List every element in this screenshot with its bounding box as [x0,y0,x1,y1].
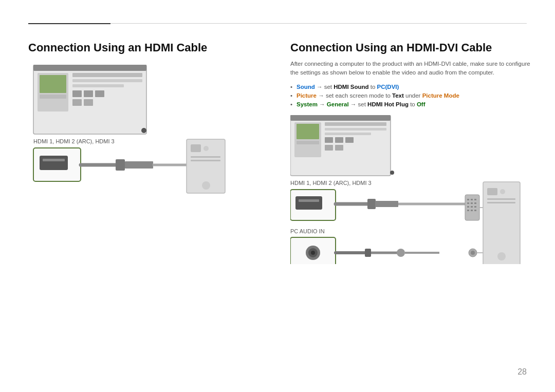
svg-rect-47 [299,199,319,202]
svg-rect-32 [297,124,319,139]
bullet-hotplug-label: HDMI Hot Plug [367,101,409,107]
svg-rect-34 [325,128,386,130]
bullet-off-label: Off [417,101,425,107]
svg-rect-5 [72,79,142,82]
bullet-sound-label: Sound [297,84,315,90]
svg-rect-70 [471,206,473,208]
svg-text:HDMI 1, HDMI 2 (ARC), HDMI 3: HDMI 1, HDMI 2 (ARC), HDMI 3 [290,180,372,186]
left-diagram-svg: HDMI 1, HDMI 2 (ARC), HDMI 3 [28,65,239,234]
svg-rect-1 [33,65,146,71]
svg-text:PC AUDIO IN: PC AUDIO IN [290,228,325,234]
svg-rect-81 [487,202,515,203]
left-section-title: Connection Using an HDMI Cable [28,41,265,54]
bullet-system-label: System [297,101,318,107]
svg-rect-27 [191,160,220,161]
svg-rect-24 [191,144,201,152]
svg-rect-78 [487,188,497,195]
bullet-picture-label: Picture [297,92,317,99]
svg-rect-13 [40,101,66,104]
bullet-general-label: General [327,101,349,107]
svg-rect-58 [365,249,371,257]
svg-rect-39 [325,145,333,151]
bullet-sound-to: to [369,84,377,90]
svg-rect-63 [467,199,469,200]
bullet-sound-arrow: → set [315,84,334,90]
svg-rect-3 [40,75,66,93]
svg-rect-10 [72,99,82,106]
svg-rect-9 [95,90,104,97]
bullet-picture-arrow: → set each screen mode to [317,92,392,99]
svg-rect-11 [84,99,93,106]
svg-rect-26 [191,156,220,158]
svg-rect-37 [335,137,343,143]
top-divider-accent [28,23,110,24]
svg-point-82 [497,252,506,260]
bullet-picture-mode: Picture Mode [422,92,459,99]
svg-rect-66 [467,202,469,204]
svg-rect-33 [325,122,386,126]
description-text: After connecting a computer to the produ… [290,60,537,78]
svg-rect-21 [125,161,153,169]
page-number: 28 [517,367,527,377]
svg-rect-41 [297,141,319,144]
svg-rect-6 [72,84,124,87]
svg-rect-64 [471,199,473,200]
page-container: Connection Using an HDMI Cable [0,0,555,392]
svg-rect-74 [474,210,476,211]
svg-rect-38 [345,137,354,143]
svg-rect-68 [474,202,476,204]
svg-rect-80 [487,198,515,200]
svg-rect-7 [72,90,82,97]
right-section: Connection Using an HDMI-DVI Cable After… [265,41,555,266]
content-area: Connection Using an HDMI Cable [28,41,527,266]
svg-rect-18 [43,159,65,161]
svg-rect-73 [471,210,473,211]
svg-point-28 [202,181,210,190]
svg-rect-20 [116,159,125,171]
bullet-item-sound: Sound → set HDMI Sound to PC(DVI) [290,84,555,90]
svg-point-60 [397,249,405,257]
svg-rect-30 [290,115,391,121]
svg-rect-4 [72,73,142,77]
bullet-item-system: System → General → set HDMI Hot Plug to … [290,101,555,107]
svg-rect-67 [471,202,473,204]
svg-rect-50 [375,201,398,207]
svg-rect-46 [295,196,322,210]
svg-point-79 [500,189,505,194]
svg-rect-12 [40,95,66,99]
svg-rect-71 [474,206,476,208]
bullet-system-arrow: → [318,101,327,107]
svg-rect-65 [474,199,476,200]
svg-point-56 [311,251,315,255]
right-section-title: Connection Using an HDMI-DVI Cable [290,41,555,54]
bullet-hdmi-sound: HDMI Sound [334,84,368,90]
svg-rect-17 [40,156,68,170]
bullet-item-picture: Picture → set each screen mode to Text u… [290,92,555,99]
bullet-text-label: Text [392,92,404,99]
right-diagram-svg: HDMI 1, HDMI 2 (ARC), HDMI 3 PC AUDIO IN [290,115,555,264]
svg-text:HDMI 1, HDMI 2 (ARC), HDMI 3: HDMI 1, HDMI 2 (ARC), HDMI 3 [33,138,115,144]
svg-point-76 [471,251,475,255]
bullet-picture-under: under [404,92,422,99]
bullet-system-set: → set [349,101,367,107]
svg-rect-36 [325,137,333,143]
bullet-pcdvi: PC(DVI) [377,84,399,90]
svg-rect-42 [297,146,319,149]
svg-rect-40 [335,145,343,151]
svg-rect-8 [84,90,93,97]
bullet-list: Sound → set HDMI Sound to PC(DVI) Pictur… [290,84,555,107]
svg-point-25 [203,146,209,151]
svg-rect-35 [325,133,371,135]
left-section: Connection Using an HDMI Cable [28,41,265,266]
bullet-system-to: to [409,101,417,107]
svg-rect-72 [467,210,469,211]
svg-rect-49 [367,199,376,209]
svg-point-43 [390,171,394,175]
svg-rect-69 [467,206,469,208]
svg-point-14 [141,128,146,133]
